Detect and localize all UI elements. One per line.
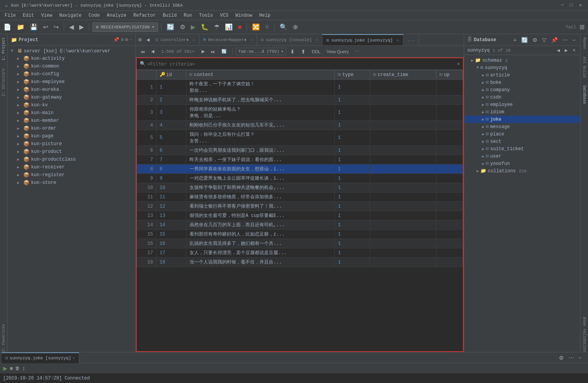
console-run-btn[interactable]: ▶ <box>3 365 7 371</box>
console-tab-close-btn[interactable]: ✕ <box>73 356 75 360</box>
console-clear-btn[interactable]: 🗑 <box>15 366 20 371</box>
db-search-close-btn[interactable]: ✕ <box>571 47 577 53</box>
db-sunnyzyq-schema[interactable]: ▼ ⊞ sunnyzyq <box>464 64 580 71</box>
maven-side-tab[interactable]: Maven <box>582 37 586 49</box>
th-content[interactable]: ⊟content <box>186 70 335 80</box>
th-id[interactable]: 🔑id <box>157 70 186 80</box>
db-more-btn[interactable]: ⋯ <box>561 36 569 44</box>
settings-btn[interactable]: ⚙ <box>178 22 187 32</box>
table-row[interactable]: 8 8 一男同学喜欢坐在前面的女生，想搭讪，i... 1 <box>137 165 463 174</box>
tree-item-kun-page[interactable]: ▶ 📦 kun-page <box>8 132 136 140</box>
table-row[interactable]: 14 14 虽然坐在几百万的车上面，而且还有司机,... 1 <box>137 220 463 230</box>
table-row[interactable]: 18 18 当一个人说我我的时候，毫不任，并且合... 1 <box>137 258 463 267</box>
refresh-btn[interactable]: 🔄 <box>219 48 229 55</box>
menu-file[interactable]: File <box>2 12 19 19</box>
console-close-btn[interactable]: − <box>577 354 583 362</box>
stop-btn[interactable]: ■ <box>236 23 244 32</box>
db-settings-btn[interactable]: ⚙ <box>531 36 539 44</box>
forward-btn[interactable]: ▶ <box>77 22 86 32</box>
tab-console[interactable]: ⊡ sunnyzyq [console] ✕ <box>257 34 322 46</box>
table-row[interactable]: 17 17 女人，只要长得漂亮，卖个豆腐都说是豆腐... 1 <box>137 248 463 258</box>
save-btn[interactable]: 💾 <box>28 22 40 32</box>
back-tab-btn[interactable]: ◀ <box>144 36 152 43</box>
db-refresh-btn[interactable]: 🔄 <box>520 36 529 44</box>
table-row[interactable]: 13 13 倔强的女生最可爱，特别是A cup菲要戴E... 1 <box>137 211 463 220</box>
console-tab-active[interactable]: ⊡ sunnyzyq.joke [sunnyzyq] ✕ <box>2 352 79 363</box>
tab-close-icon[interactable]: ✕ <box>251 38 253 42</box>
expand-icon[interactable]: ⊞ <box>125 37 128 43</box>
tree-item-kun-register[interactable]: ▶ 📦 kun-register <box>8 171 136 179</box>
database-side-tab[interactable]: Database <box>582 85 586 104</box>
menu-navigate[interactable]: Navigate <box>56 12 85 19</box>
vcs-btn[interactable]: ⑂ <box>263 23 271 32</box>
db-table-idiom[interactable]: ▶ ⊡ idiom <box>464 108 580 116</box>
db-pin-btn[interactable]: 📌 <box>550 36 559 44</box>
more-options-btn[interactable]: ⋯ <box>353 48 362 55</box>
settings-icon[interactable]: ⚙ <box>121 37 124 43</box>
db-table-article[interactable]: ▶ ⊡ article <box>464 71 580 79</box>
menu-refactor[interactable]: Refactor <box>130 12 159 19</box>
debug-btn[interactable]: 🐛 <box>199 22 210 32</box>
db-table-csdn[interactable]: ▶ ⊡ csdn <box>464 94 580 101</box>
table-row[interactable]: 10 10 女孩终于争取到了和男神共进晚餐的机会,... 1 <box>137 183 463 192</box>
tab-close-icon[interactable]: ✕ <box>193 38 195 42</box>
tree-item-kun-order[interactable]: ▶ 📦 kun-order <box>8 125 136 132</box>
tab-controller[interactable]: C Controller♦ ✕ <box>152 34 199 46</box>
sync-btn[interactable]: 🔄 <box>165 22 176 32</box>
th-up[interactable]: ⊟up <box>437 70 463 80</box>
first-page-btn[interactable]: ⏮ <box>138 49 147 55</box>
open-btn[interactable]: 📁 <box>15 22 26 32</box>
download-btn[interactable]: ⬇ <box>288 48 297 55</box>
table-row[interactable]: 12 12 看到瑞士银行再不替客户保密资料了！我... 1 <box>137 202 463 211</box>
menu-build[interactable]: Build <box>160 12 180 19</box>
prev-page-btn[interactable]: ◀ <box>149 48 157 55</box>
db-filter-btn[interactable]: ▽ <box>541 36 548 44</box>
project-side-tab[interactable]: 1: Project <box>2 37 6 61</box>
run-config-dropdown[interactable]: ⚙ RECEIVERAPPLICATION ▾ <box>92 23 158 32</box>
table-row[interactable]: 15 15 看到那些有奇特癖好的人，比如恋足癖，z... 1 <box>137 230 463 239</box>
tree-item-kun-config[interactable]: ▶ 📦 kun-config <box>8 70 136 78</box>
console-stop-btn[interactable]: ■ <box>10 365 13 371</box>
db-collations-group[interactable]: ▶ 📁 collations 219 <box>464 167 580 175</box>
tree-item-kun-employee[interactable]: ▶ 📦 kun-employee <box>8 78 136 86</box>
ddl-btn[interactable]: DDL <box>310 49 323 55</box>
tree-item-kun-member[interactable]: ▶ 📦 kun-member <box>8 117 136 125</box>
tree-item-kun-eureka[interactable]: ▶ 📦 kun-eureka <box>8 86 136 94</box>
menu-tools[interactable]: Tools <box>196 12 216 19</box>
menu-edit[interactable]: Edit <box>20 12 37 19</box>
new-file-btn[interactable]: 📄 <box>2 22 13 32</box>
table-row[interactable]: 2 2 昨晚女神说她手机坏了，想去电脑城买个... 1 <box>137 95 463 105</box>
filter-clear-icon[interactable]: ✕ <box>457 61 460 67</box>
view-query-btn[interactable]: View Query <box>324 49 351 55</box>
back-btn[interactable]: ◀ <box>67 22 76 32</box>
tab-joke-table[interactable]: ⊞ sunnyzyq.joke [sunnyzyq] ✕ <box>322 34 403 46</box>
table-row[interactable]: 7 7 昨天去相亲，一坐下妹子就说：看你的面... 1 <box>137 155 463 165</box>
pin-btn[interactable]: 📌 <box>113 37 119 43</box>
menu-vcs[interactable]: VCS <box>217 12 232 19</box>
run-btn[interactable]: ▶ <box>189 22 197 32</box>
db-table-yooofun[interactable]: ▶ ⊡ yooofun <box>464 160 580 167</box>
tree-item-kun-gateway[interactable]: ▶ 📦 kun-gateway <box>8 94 136 101</box>
db-search-next-btn[interactable]: ▶ <box>563 47 569 53</box>
db-table-sect[interactable]: ▶ ⊡ sect <box>464 138 580 145</box>
tree-item-kun-activity[interactable]: ▶ 📦 kun-activity <box>8 55 136 62</box>
db-table-message[interactable]: ▶ ⊡ message <box>464 123 580 130</box>
db-table-company[interactable]: ▶ ⊡ company <box>464 86 580 94</box>
table-row[interactable]: 1 1 昨个夜里，一下子来了俩空姐！那你... 1 <box>137 80 463 95</box>
table-row[interactable]: 11 11 麻辣烫有很多致癌物质，经常会添加很多... 1 <box>137 192 463 202</box>
zstructure-side-tab[interactable]: Z: Structure <box>2 68 6 96</box>
db-table-suite-ticket[interactable]: ▶ ⊡ suite_ticket <box>464 145 580 153</box>
table-row[interactable]: 6 6 一次约会完男朋友送我到家门口，跟我说:... 1 <box>137 146 463 155</box>
project-root[interactable]: ▼ 🖥 server [kun] E:\work\kun\server <box>8 47 136 55</box>
tree-item-kun-store[interactable]: ▶ 📦 kun-store <box>8 179 136 187</box>
undo-btn[interactable]: ↩ <box>41 22 50 32</box>
console-settings-btn[interactable]: ⚙ <box>557 354 565 362</box>
git-btn[interactable]: 🔀 <box>250 22 262 32</box>
data-table-container[interactable]: 🔑id ⊟content ⊟type ⊟create_time <box>137 70 463 351</box>
tree-item-kun-product[interactable]: ▶ 📦 kun-product <box>8 148 136 156</box>
db-schemas-group[interactable]: ▶ 📁 schemas 1 <box>464 57 580 64</box>
db-table-joke[interactable]: ▶ ⊡ joke <box>464 116 580 123</box>
menu-run[interactable]: Run <box>181 12 195 19</box>
maximize-btn[interactable]: □ <box>570 2 573 8</box>
tab-close-icon[interactable]: ✕ <box>316 38 318 42</box>
